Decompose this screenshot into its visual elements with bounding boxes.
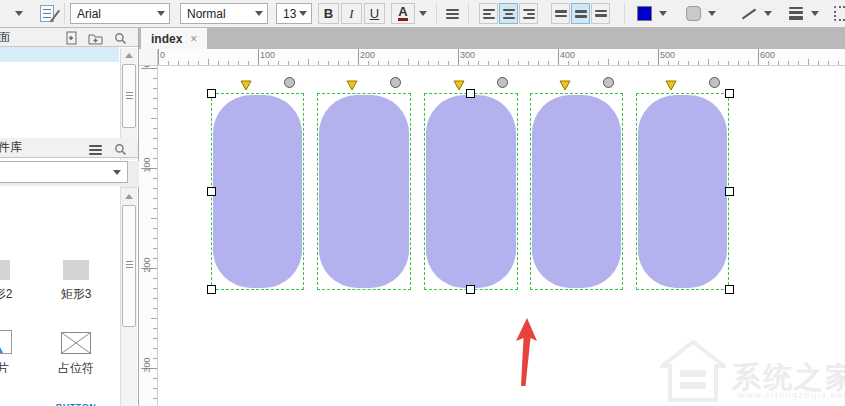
add-folder-icon[interactable]: [87, 31, 103, 45]
ruler-tick: [818, 61, 819, 65]
ruler-tick: [153, 158, 157, 159]
resize-handle[interactable]: [466, 285, 475, 294]
font-family-select[interactable]: Arial: [70, 3, 170, 24]
add-page-icon[interactable]: [64, 31, 80, 45]
ruler-tick: [568, 61, 569, 65]
ruler-tick: [378, 61, 379, 65]
ruler-tick: [153, 308, 157, 309]
rounded-rectangle-widget[interactable]: [426, 95, 516, 288]
chevron-down-icon: [157, 11, 165, 16]
ruler-tick: [748, 61, 749, 65]
rounded-rectangle-widget[interactable]: [638, 95, 727, 288]
document-tabbar: index ×: [139, 28, 845, 49]
resize-handle[interactable]: [207, 285, 216, 294]
page-tree-selected-item[interactable]: [0, 47, 119, 62]
resize-handle[interactable]: [207, 89, 216, 98]
search-icon[interactable]: [112, 142, 128, 156]
library-scrollbar[interactable]: [120, 187, 137, 406]
ruler-tick: [448, 61, 449, 65]
resize-handle[interactable]: [725, 89, 734, 98]
fill-color-dropdown[interactable]: [656, 3, 670, 24]
fill-color-button[interactable]: [634, 3, 654, 24]
ruler-tick: [151, 218, 157, 219]
font-size-select[interactable]: 13: [276, 3, 312, 24]
library-item[interactable]: 占位符: [36, 328, 116, 377]
bullet-list-button[interactable]: [441, 3, 463, 24]
align-right-button[interactable]: [519, 3, 538, 24]
toolbar-separator: [436, 3, 437, 24]
pages-panel-header: 页面: [0, 28, 138, 47]
resize-handle[interactable]: [725, 285, 734, 294]
ruler-tick: [153, 98, 157, 99]
ruler-tick: [153, 78, 157, 79]
library-item[interactable]: 矩形3: [36, 254, 116, 303]
pages-panel-title: 页面: [0, 29, 10, 46]
underline-button[interactable]: U: [364, 3, 385, 24]
library-item-label: 矩形3: [36, 286, 116, 303]
corner-radius-dropdown[interactable]: [705, 3, 719, 24]
italic-button[interactable]: I: [341, 3, 362, 24]
ruler-tick: [153, 288, 157, 289]
library-scrollbar-thumb[interactable]: [122, 205, 136, 327]
close-icon[interactable]: ×: [190, 32, 197, 46]
rounded-rectangle-widget[interactable]: [532, 95, 621, 288]
selected-widget[interactable]: [317, 93, 411, 290]
font-family-value: Arial: [77, 7, 101, 21]
ruler-tick: [153, 238, 157, 239]
ruler-tick: [338, 61, 339, 65]
selected-widget[interactable]: [530, 93, 623, 290]
bold-button[interactable]: B: [318, 3, 339, 24]
ruler-tick: [153, 148, 157, 149]
library-dropdown-row: [0, 161, 139, 187]
valign-middle-button[interactable]: [571, 3, 590, 24]
rect-icon: [36, 254, 116, 280]
tab-index[interactable]: index ×: [141, 28, 207, 49]
line-width-button[interactable]: [785, 3, 807, 24]
ruler-tick: [258, 49, 259, 65]
align-center-button[interactable]: [499, 3, 518, 24]
line-color-dropdown[interactable]: [761, 3, 775, 24]
library-item[interactable]: [0, 402, 37, 406]
pages-scrollbar-thumb[interactable]: [122, 64, 136, 128]
align-left-button[interactable]: [479, 3, 498, 24]
valign-top-button[interactable]: [551, 3, 570, 24]
selected-widget[interactable]: [424, 93, 518, 290]
library-item[interactable]: 图片: [0, 328, 37, 377]
resize-handle[interactable]: [207, 187, 216, 196]
font-color-button[interactable]: A: [391, 3, 415, 24]
axure-app-window: Arial Normal 13 B I U A: [0, 0, 845, 406]
resize-handle[interactable]: [466, 89, 475, 98]
font-color-dropdown[interactable]: [416, 3, 430, 24]
library-item[interactable]: 矩形2: [0, 254, 37, 303]
underline-label: U: [370, 6, 379, 21]
scroll-up-icon[interactable]: [125, 53, 133, 58]
valign-bottom-button[interactable]: [591, 3, 610, 24]
ruler-tick: [153, 388, 157, 389]
format-painter-button[interactable]: [34, 3, 60, 24]
font-style-select[interactable]: Normal: [180, 3, 268, 24]
selected-widget[interactable]: [636, 93, 729, 290]
ruler-tick: [538, 61, 539, 65]
toolbar-overflow-dropdown[interactable]: [10, 3, 28, 24]
chevron-down-icon: [419, 11, 427, 16]
ruler-tick: [153, 228, 157, 229]
line-width-dropdown[interactable]: [808, 3, 822, 24]
rounded-rectangle-widget[interactable]: [213, 95, 302, 288]
valign-middle-icon: [575, 10, 587, 18]
selected-widget[interactable]: [211, 93, 304, 290]
scroll-up-icon[interactable]: [125, 194, 133, 199]
search-icon[interactable]: [112, 31, 128, 45]
ruler-tick: [153, 378, 157, 379]
library-select[interactable]: [0, 161, 128, 183]
ruler-tick: [153, 208, 157, 209]
red-arrow: [505, 314, 547, 390]
hamburger-menu-icon[interactable]: [87, 143, 103, 157]
rounded-rectangle-widget[interactable]: [319, 95, 409, 288]
line-style-button[interactable]: [830, 3, 845, 24]
library-item-label: 图片: [0, 360, 37, 377]
font-size-value: 13: [283, 7, 296, 21]
corner-radius-button[interactable]: [683, 3, 703, 24]
library-item[interactable]: BUTTON: [36, 402, 116, 406]
line-color-button[interactable]: [738, 3, 760, 24]
resize-handle[interactable]: [725, 187, 734, 196]
